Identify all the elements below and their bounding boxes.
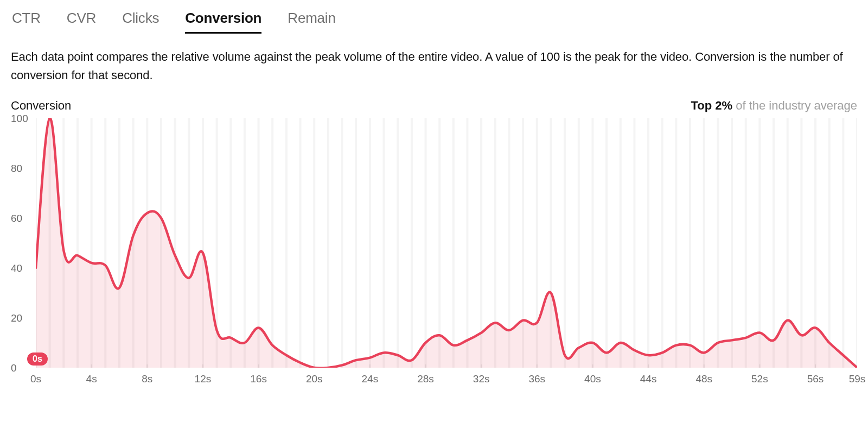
rank-strong: Top 2% <box>691 99 732 112</box>
time-marker-badge[interactable]: 0s <box>27 352 48 366</box>
tab-ctr[interactable]: CTR <box>12 10 41 34</box>
tab-cvr[interactable]: CVR <box>67 10 96 34</box>
y-tick-label: 80 <box>11 163 22 175</box>
chart-description: Each data point compares the relative vo… <box>11 48 857 85</box>
x-tick-label: 44s <box>640 373 657 385</box>
plot-area <box>36 118 857 368</box>
chart-container: 100806040200 0s 0s4s8s12s16s20s24s28s32s… <box>11 118 857 389</box>
x-tick-label: 16s <box>250 373 267 385</box>
area-fill <box>36 118 857 368</box>
x-tick-label: 28s <box>417 373 434 385</box>
tab-remain[interactable]: Remain <box>288 10 335 34</box>
rank-muted: of the industry average <box>732 99 857 112</box>
x-tick-label: 32s <box>473 373 490 385</box>
y-tick-label: 100 <box>11 113 28 125</box>
x-tick-label: 24s <box>362 373 379 385</box>
x-tick-label: 0s <box>30 373 41 385</box>
x-tick-label: 52s <box>751 373 768 385</box>
x-tick-label: 56s <box>807 373 824 385</box>
y-tick-label: 20 <box>11 312 22 324</box>
chart-svg <box>36 118 857 368</box>
x-tick-label: 20s <box>306 373 323 385</box>
y-tick-label: 40 <box>11 262 22 274</box>
x-tick-label: 8s <box>142 373 152 385</box>
x-tick-label: 59s <box>849 373 866 385</box>
tab-clicks[interactable]: Clicks <box>122 10 159 34</box>
x-tick-label: 40s <box>584 373 601 385</box>
x-tick-label: 48s <box>695 373 712 385</box>
x-axis: 0s4s8s12s16s20s24s28s32s36s40s44s48s52s5… <box>36 373 857 388</box>
metric-tabs: CTRCVRClicksConversionRemain <box>11 10 857 34</box>
chart-title: Conversion <box>11 99 71 113</box>
chart-header: Conversion Top 2% of the industry averag… <box>11 99 857 113</box>
tab-conversion[interactable]: Conversion <box>185 10 261 34</box>
y-tick-label: 0 <box>11 362 17 374</box>
y-tick-label: 60 <box>11 213 22 225</box>
x-tick-label: 4s <box>86 373 97 385</box>
x-tick-label: 36s <box>528 373 545 385</box>
y-axis: 100806040200 <box>11 118 36 368</box>
x-tick-label: 12s <box>195 373 212 385</box>
chart-rank: Top 2% of the industry average <box>691 99 857 113</box>
